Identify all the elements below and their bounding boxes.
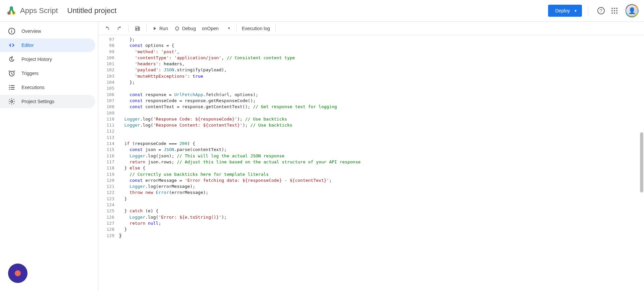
vertical-scrollbar[interactable] [640,132,643,193]
record-icon [15,270,21,276]
play-icon [152,26,157,31]
svg-point-7 [11,29,12,30]
sidebar-item-label: Project History [21,57,52,62]
undo-icon [104,25,110,31]
save-button[interactable] [131,22,144,34]
apps-icon [611,8,618,14]
code-content[interactable]: }; const options = { 'method': 'post', '… [118,35,644,291]
bug-icon [174,25,180,31]
project-title[interactable]: Untitled project [67,6,117,15]
code-icon [8,42,15,49]
save-icon [135,25,141,31]
history-icon [8,56,15,63]
sidebar-item-label: Triggers [21,71,39,76]
svg-point-9 [11,100,13,102]
apps-button[interactable] [608,4,621,17]
sidebar-item-history[interactable]: Project History [0,53,95,66]
debug-button[interactable]: Debug [171,22,199,34]
divider [588,6,588,15]
run-label: Run [159,26,168,31]
function-name: onOpen [202,26,219,31]
run-button[interactable]: Run [149,22,171,34]
editor-area: Run Debug onOpen ▼ Execution log 9798991… [98,22,644,291]
header: Apps Script Untitled project Deploy ▼ ? … [0,0,644,22]
svg-text:?: ? [600,8,602,13]
deploy-button[interactable]: Deploy ▼ [548,5,582,17]
list-icon [8,84,15,91]
sidebar-item-label: Project Settings [21,99,54,104]
line-gutter: 9798991001011021031041051061071081091101… [98,35,118,291]
alarm-icon [8,70,15,77]
sidebar: OverviewEditorProject HistoryTriggersExe… [0,22,98,291]
svg-point-10 [175,27,178,30]
sidebar-item-label: Overview [21,28,41,34]
sidebar-item-overview[interactable]: Overview [0,24,95,38]
undo-button[interactable] [101,22,113,34]
gear-icon [8,98,15,105]
sidebar-item-editor[interactable]: Editor [0,39,95,52]
code-editor[interactable]: 9798991001011021031041051061071081091101… [98,35,644,291]
redo-button[interactable] [114,22,126,34]
sidebar-item-label: Executions [21,85,44,90]
redo-icon [117,25,123,31]
chevron-down-icon: ▼ [574,9,577,13]
debug-label: Debug [182,26,196,31]
function-select[interactable]: onOpen ▼ [199,22,233,34]
apps-script-logo [5,5,17,17]
product-name: Apps Script [20,6,58,15]
svg-rect-6 [11,30,12,32]
sidebar-item-executions[interactable]: Executions [0,81,95,94]
record-button[interactable] [8,264,28,283]
execution-log-button[interactable]: Execution log [239,22,273,34]
main: OverviewEditorProject HistoryTriggersExe… [0,22,644,291]
info-icon [8,27,15,35]
sidebar-item-label: Editor [21,43,34,48]
toolbar: Run Debug onOpen ▼ Execution log [98,22,644,35]
sidebar-item-triggers[interactable]: Triggers [0,67,95,80]
deploy-label: Deploy [555,8,570,13]
execution-log-label: Execution log [242,26,270,31]
chevron-down-icon: ▼ [227,26,231,30]
help-button[interactable]: ? [594,4,608,17]
sidebar-item-settings[interactable]: Project Settings [0,95,95,108]
account-avatar[interactable]: 👤 [625,4,639,17]
help-icon: ? [597,7,605,15]
